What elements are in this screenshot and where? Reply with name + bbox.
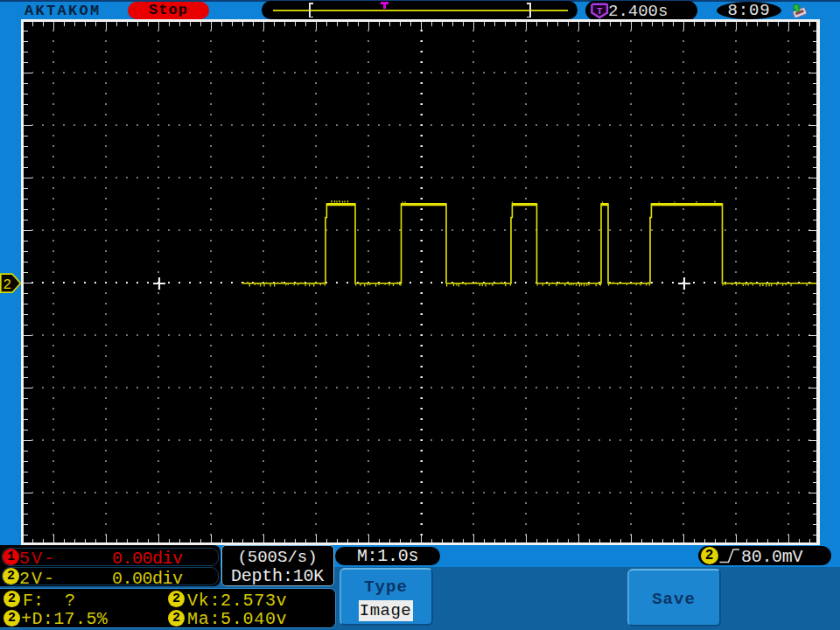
svg-text:2: 2 — [4, 277, 12, 293]
svg-text:T: T — [597, 6, 603, 17]
